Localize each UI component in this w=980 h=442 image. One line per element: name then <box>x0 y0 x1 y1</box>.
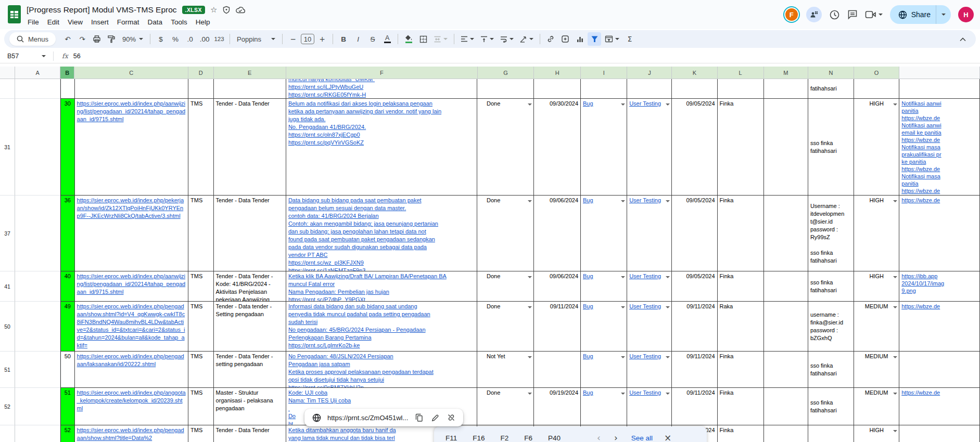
cell-i[interactable]: Bug <box>581 302 627 352</box>
star-icon[interactable]: ☆ <box>210 5 217 15</box>
column-header-overflow[interactable] <box>899 67 980 79</box>
cell-line[interactable]: contoh data: 41/BRG/2024 Berjalan <box>288 212 475 220</box>
cell-g[interactable]: Not Yet <box>477 352 534 388</box>
edit-link-icon[interactable] <box>430 412 440 423</box>
row-header[interactable]: 51 <box>0 352 15 388</box>
print-button[interactable] <box>90 32 104 46</box>
cell-line[interactable]: Pengadaan jasa satpam <box>288 360 475 368</box>
cell-g[interactable]: Done <box>477 99 534 196</box>
comments-icon[interactable] <box>847 9 858 20</box>
insert-chart-button[interactable] <box>573 32 587 46</box>
cell-m[interactable] <box>764 196 808 271</box>
redo-button[interactable]: ↷ <box>75 32 89 46</box>
zoom-select[interactable]: 90% <box>119 32 146 46</box>
cell-line[interactable]: dan sub bidang: jasa pengolahan lahan te… <box>288 228 475 236</box>
cell-line[interactable]: https://wbze.de <box>901 136 977 144</box>
cell-c[interactable]: https://sier.eproc.web.id/index.php/aanw… <box>75 271 188 302</box>
issue-type-value[interactable]: Bug <box>583 303 593 309</box>
phase-value[interactable]: User Testing <box>629 272 669 280</box>
cell-j[interactable] <box>627 79 672 99</box>
dropdown-caret-icon[interactable] <box>621 200 625 204</box>
column-header-A[interactable]: A <box>15 67 60 79</box>
cell-d[interactable]: TMS <box>188 388 214 425</box>
dropdown-caret-icon[interactable] <box>893 200 897 204</box>
cell-g[interactable] <box>477 79 534 99</box>
text-rotation-button[interactable] <box>517 32 536 46</box>
cell-l[interactable]: Finka <box>718 425 764 442</box>
cell-k[interactable] <box>672 79 717 99</box>
chevron-left-icon[interactable]: ‹ <box>597 433 601 442</box>
cell-line[interactable]: https://wbze.de <box>901 114 977 122</box>
cell-e[interactable]: Tender - Data Tender <box>214 425 286 442</box>
cell-l[interactable]: Finka <box>718 352 764 388</box>
cell-b[interactable]: 40 <box>60 271 74 302</box>
cell-l[interactable]: Finka <box>718 271 764 302</box>
menu-file[interactable]: File <box>23 17 43 28</box>
sheet-tab-chip[interactable]: F16 <box>473 434 485 442</box>
column-header-D[interactable]: D <box>188 67 213 79</box>
cell-e[interactable] <box>214 79 286 99</box>
sheet-tab-chip[interactable]: F11 <box>446 434 457 442</box>
cell-c[interactable]: https://sier.eproc.web.id/index.php/peng… <box>75 352 188 388</box>
cell-line[interactable]: ke panitia <box>901 158 977 165</box>
cell-line[interactable]: prakualifikasi pr <box>901 151 977 158</box>
decrease-font-size-button[interactable]: − <box>286 32 300 46</box>
fill-color-button[interactable] <box>402 32 415 46</box>
dropdown-caret-icon[interactable] <box>666 306 670 310</box>
cell-j[interactable]: User Testing <box>627 99 672 196</box>
row-header[interactable]: 37 <box>0 196 15 271</box>
cell-m[interactable] <box>764 79 808 99</box>
column-header-F[interactable]: F <box>286 67 478 79</box>
cell-a[interactable] <box>15 302 60 352</box>
chevron-right-icon[interactable]: › <box>614 433 618 442</box>
cell-line[interactable]: Nama: Tim TES Uji coba <box>288 397 475 405</box>
menu-insert[interactable]: Insert <box>87 17 113 28</box>
merge-cells-button[interactable] <box>431 32 450 46</box>
cell-p[interactable]: https://wbze.de <box>899 388 980 425</box>
cell-f[interactable]: Informasi data bidang dan sub bidang saa… <box>286 302 477 352</box>
share-button[interactable]: Share <box>890 5 951 24</box>
cell-i[interactable] <box>581 79 627 99</box>
cell-line[interactable]: Data bidang sub bidang pada saat pembuat… <box>288 197 475 204</box>
column-header-E[interactable]: E <box>214 67 286 79</box>
row-header[interactable]: 41 <box>0 271 15 302</box>
column-header-C[interactable]: C <box>74 67 188 79</box>
menu-view[interactable]: View <box>63 17 87 28</box>
cell-j[interactable]: User Testing <box>627 352 672 388</box>
paint-format-button[interactable] <box>105 32 118 46</box>
cell-n[interactable]: sso finkafatihahsari <box>808 388 854 425</box>
cell-o[interactable]: HIGH <box>854 425 899 442</box>
cell-line[interactable]: muncul Fatal error <box>288 280 475 288</box>
font-size-input[interactable]: 10 <box>301 34 314 44</box>
cell-l[interactable] <box>718 79 764 99</box>
phase-value[interactable]: User Testing <box>629 197 669 204</box>
cell-o[interactable]: HIGH <box>854 99 899 196</box>
cell-line[interactable]: Perlengkapan Barang Pertamina <box>288 334 475 342</box>
cell-line[interactable]: 9.png <box>901 287 977 294</box>
cell-m[interactable] <box>764 271 808 302</box>
menu-edit[interactable]: Edit <box>43 17 63 28</box>
cell-o[interactable]: MEDIUM <box>854 388 899 425</box>
dropdown-caret-icon[interactable] <box>621 306 625 310</box>
cell-o[interactable]: MEDIUM <box>854 352 899 388</box>
dropdown-caret-icon[interactable] <box>528 103 532 108</box>
dropdown-caret-icon[interactable] <box>666 103 670 108</box>
access-status-icon[interactable] <box>222 6 231 14</box>
cell-line[interactable]: Informasi data bidang dan sub bidang saa… <box>288 303 475 310</box>
cell-line[interactable]: https://prnt.sc/P7dbP_Y9PGXt <box>288 296 475 302</box>
format-currency-button[interactable]: $ <box>154 32 168 46</box>
cell-b[interactable]: 49 <box>60 302 74 352</box>
menus-search-button[interactable]: Menus <box>9 32 56 46</box>
cell-f[interactable]: Belum ada notifikasi dari akses login pe… <box>286 99 477 196</box>
cell-i[interactable]: Bug <box>581 196 627 271</box>
cell-k[interactable]: 09/05/2024 <box>672 99 717 196</box>
hide-menus-chevron[interactable] <box>956 32 970 46</box>
cell-p[interactable]: https://wbze.de <box>899 302 980 352</box>
cell-g[interactable]: Done <box>477 388 534 425</box>
cell-c[interactable]: https://sier.eproc.web.id/index.php/angg… <box>75 388 188 425</box>
dropdown-caret-icon[interactable] <box>893 276 897 280</box>
cell-e[interactable]: Tender - Data Tender <box>214 99 286 196</box>
cell-line[interactable]: https://wbze.de <box>901 389 977 396</box>
create-filter-button[interactable] <box>588 32 601 46</box>
row-header[interactable]: 52 <box>0 388 15 425</box>
